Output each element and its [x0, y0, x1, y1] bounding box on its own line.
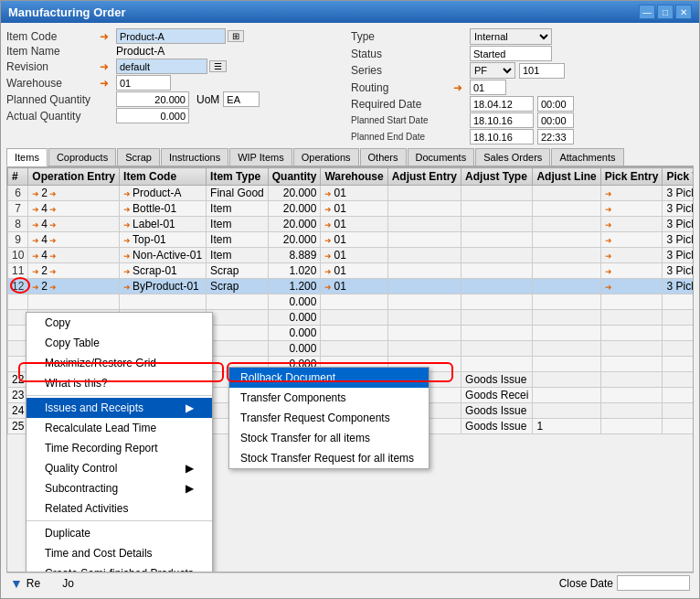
- sub-rollback[interactable]: Rollback Document: [229, 368, 429, 388]
- cell-op-entry: ➜2➜: [28, 263, 120, 279]
- cell-adj-type: [461, 326, 533, 341]
- sub-transfer-components[interactable]: Transfer Components: [229, 388, 429, 408]
- planned-start-input[interactable]: [470, 112, 534, 128]
- required-date-input[interactable]: [470, 96, 534, 112]
- col-pick-entry[interactable]: Pick Entry: [600, 168, 663, 186]
- cell-num: 6: [8, 186, 28, 201]
- ctx-duplicate[interactable]: Duplicate: [27, 523, 212, 543]
- status-input[interactable]: [470, 46, 552, 61]
- col-warehouse[interactable]: Warehouse: [321, 168, 387, 186]
- cell-op-entry: ➜4➜: [28, 217, 120, 232]
- cell-pick-type: [663, 310, 694, 326]
- ctx-subcontracting[interactable]: Subcontracting ▶: [27, 478, 212, 498]
- tab-sales-orders[interactable]: Sales Orders: [475, 148, 550, 166]
- table-row[interactable]: 11 ➜2➜ ➜Scrap-01 Scrap 1.020 ➜01 ➜ 3 Pic…: [8, 263, 695, 279]
- table-row[interactable]: 0.000: [8, 294, 695, 310]
- cell-item-type: Scrap: [207, 263, 269, 279]
- tab-documents[interactable]: Documents: [408, 148, 475, 166]
- revision-btn[interactable]: ☰: [209, 60, 227, 72]
- cell-warehouse: ➜01: [321, 248, 387, 263]
- tab-items[interactable]: Items: [6, 148, 48, 166]
- item-code-input[interactable]: [116, 28, 226, 44]
- ctx-recalculate[interactable]: Recalculate Lead Time: [27, 418, 212, 438]
- cell-item-type: [207, 341, 269, 357]
- cell-op-entry: ➜2➜: [28, 279, 120, 294]
- item-code-btn[interactable]: ⊞: [228, 30, 244, 42]
- close-button[interactable]: ✕: [675, 5, 692, 19]
- planned-start-time-input[interactable]: [537, 112, 574, 128]
- series-num-input[interactable]: [519, 63, 565, 79]
- ctx-copy-table[interactable]: Copy Table: [27, 333, 212, 353]
- bottom-left: ▼ Re Jo: [10, 576, 74, 591]
- cell-quantity: 0.000: [268, 294, 321, 310]
- table-row[interactable]: 10 ➜4➜ ➜Non-Active-01 Item 8.889 ➜01 ➜ 3…: [8, 248, 695, 263]
- cell-adj-type: [461, 217, 533, 232]
- close-date-input[interactable]: [617, 575, 690, 591]
- tab-others[interactable]: Others: [360, 148, 407, 166]
- tab-attachments[interactable]: Attachments: [551, 148, 623, 166]
- ctx-time-cost[interactable]: Time and Cost Details: [27, 543, 212, 563]
- table-row[interactable]: 7 ➜4➜ ➜Bottle-01 Item 20.000 ➜01 ➜ 3 Pic…: [8, 201, 695, 217]
- ctx-semi-finished[interactable]: Create Semi-finished Products: [27, 563, 212, 572]
- minimize-button[interactable]: —: [639, 5, 655, 19]
- cell-num: 7: [8, 201, 28, 217]
- ctx-whatisthis[interactable]: What is this?: [27, 373, 212, 393]
- table-row[interactable]: 9 ➜4➜ ➜Top-01 Item 20.000 ➜01 ➜ 3 Pick R…: [8, 232, 695, 248]
- col-adj-type[interactable]: Adjust Type: [461, 168, 533, 186]
- table-row[interactable]: 8 ➜4➜ ➜Label-01 Item 20.000 ➜01 ➜ 3 Pick…: [8, 217, 695, 232]
- sub-transfer-request[interactable]: Transfer Request Components: [229, 408, 429, 428]
- cell-adj-line: [533, 310, 600, 326]
- col-item-type[interactable]: Item Type: [207, 168, 269, 186]
- col-item-code[interactable]: Item Code: [120, 168, 207, 186]
- col-quantity[interactable]: Quantity: [268, 168, 321, 186]
- ctx-issues-receipts[interactable]: Issues and Receipts ▶: [27, 398, 212, 418]
- cell-adj-entry: [387, 217, 461, 232]
- sub-stock-transfer-all[interactable]: Stock Transfer for all items: [229, 428, 429, 448]
- ctx-quality[interactable]: Quality Control ▶: [27, 458, 212, 478]
- col-op-entry[interactable]: Operation Entry: [28, 168, 120, 186]
- manufacturing-order-window: Manufacturing Order — □ ✕ Item Code ➜ ⊞ …: [0, 0, 700, 599]
- revision-label: Revision: [6, 60, 98, 73]
- cell-warehouse: [321, 310, 387, 326]
- table-row[interactable]: 12 ➜2➜ ➜ByProduct-01 Scrap 1.200 ➜01 ➜ 3…: [8, 279, 695, 294]
- cell-item-type: [207, 310, 269, 326]
- ctx-related[interactable]: Related Activities: [27, 498, 212, 519]
- type-select[interactable]: Internal: [470, 28, 552, 45]
- cell-item-type: Item: [207, 217, 269, 232]
- revision-input[interactable]: [116, 59, 207, 74]
- warehouse-input[interactable]: [116, 75, 171, 91]
- tab-instructions[interactable]: Instructions: [161, 148, 228, 166]
- tab-coproducts[interactable]: Coproducts: [48, 148, 116, 166]
- planned-end-input[interactable]: [470, 129, 534, 144]
- col-adj-entry[interactable]: Adjust Entry: [387, 168, 461, 186]
- actual-qty-input[interactable]: [116, 108, 189, 123]
- col-pick-type[interactable]: Pick Type: [663, 168, 694, 186]
- status-label: Status: [351, 48, 451, 60]
- cell-pick-entry: ➜: [600, 217, 663, 232]
- tab-wip-items[interactable]: WIP Items: [229, 148, 292, 166]
- col-num[interactable]: #: [8, 168, 28, 186]
- cell-adj-line: [533, 279, 600, 294]
- planned-qty-input[interactable]: [116, 91, 189, 107]
- routing-input[interactable]: [470, 80, 506, 95]
- cell-adj-type: [461, 279, 533, 294]
- tab-operations[interactable]: Operations: [293, 148, 359, 166]
- series-select[interactable]: PF: [470, 62, 515, 79]
- ctx-copy[interactable]: Copy: [27, 313, 212, 333]
- sub-stock-transfer-request-all[interactable]: Stock Transfer Request for all items: [229, 448, 429, 468]
- tab-scrap[interactable]: Scrap: [117, 148, 160, 166]
- planned-end-time-input[interactable]: [537, 129, 574, 144]
- col-adj-line[interactable]: Adjust Line: [533, 168, 600, 186]
- cell-adj-entry: [387, 341, 461, 357]
- ctx-time-report[interactable]: Time Recording Report: [27, 438, 212, 458]
- required-time-input[interactable]: [537, 96, 574, 112]
- ctx-maximize[interactable]: Maximize/Restore Grid: [27, 353, 212, 373]
- ctx-sep2: [27, 520, 212, 521]
- cell-adj-type: [461, 201, 533, 217]
- table-row[interactable]: 6 ➜2➜ ➜Product-A Final Good 20.000 ➜01 ➜…: [8, 186, 695, 201]
- uom-input[interactable]: [223, 91, 260, 107]
- actual-qty-label: Actual Quantity: [6, 110, 98, 123]
- cell-adj-line: [533, 294, 600, 310]
- maximize-button[interactable]: □: [657, 5, 673, 19]
- cell-pick-type: [663, 326, 694, 341]
